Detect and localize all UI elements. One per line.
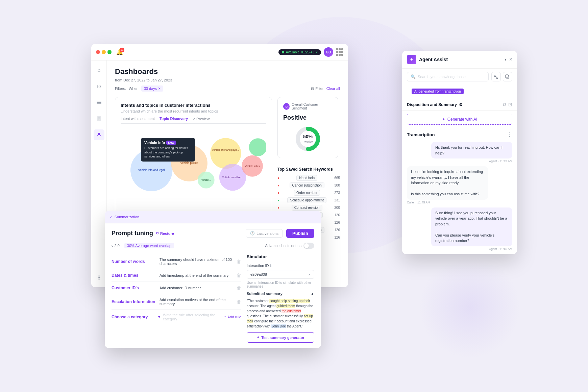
chat-meta-agent-2: Agent · 11:46 AM: [431, 247, 512, 251]
add-rule-button[interactable]: ⊕ Add rule: [223, 315, 241, 319]
svg-rect-0: [97, 101, 101, 101]
tab-topic-discovery[interactable]: Topic Discovery: [160, 117, 188, 123]
bubble-green[interactable]: [249, 138, 266, 156]
form-field-customer: Customer ID's Add customer ID number 🗑: [112, 282, 241, 294]
tab-preview[interactable]: ↗ Preview: [193, 117, 210, 123]
copy-svg: [505, 74, 510, 79]
interaction-clear-icon[interactable]: ×: [309, 272, 311, 276]
restore-button[interactable]: ↺ Restore: [156, 231, 174, 236]
agent-assist-window: ✦ Agent Assist ▾ × 🔍 Search your knowled…: [402, 51, 517, 254]
summary-quote-open: "The customer: [247, 299, 269, 303]
bubble-vehicle-offer[interactable]: [210, 138, 241, 169]
search-placeholder: Search your knowledge base: [418, 75, 466, 79]
sidebar-item-user[interactable]: [94, 129, 104, 140]
sentiment-value: Positive: [283, 114, 333, 121]
field-delete-icon[interactable]: 🗑: [237, 259, 241, 264]
keyword-row-1: ● Need help 665: [277, 175, 340, 181]
category-chevron-icon[interactable]: ▾: [158, 315, 160, 319]
publish-button[interactable]: Publish: [286, 229, 314, 238]
smile-icon: ☺: [285, 105, 288, 108]
field-delete-escalation-icon[interactable]: 🗑: [237, 299, 241, 304]
filters-row: Filters: When 30 days × ⊟ Filter Clear a…: [115, 85, 340, 92]
donut-svg: 50% Positive: [294, 125, 321, 152]
form-left: Number of words The summary should have …: [112, 254, 241, 343]
agent-transfer-icon[interactable]: [491, 72, 501, 81]
test-summary-button[interactable]: ✦ Test summary generator: [247, 332, 314, 343]
advanced-label: Advanced instructions: [265, 244, 301, 248]
disposition-row: Disposition and Summary ⚙ ⧉ ⊡: [402, 99, 517, 111]
status-pill[interactable]: Available 01:25:43 ▾: [278, 49, 321, 55]
help-circle-icon: ⊕: [223, 315, 226, 319]
agent-copy-icon[interactable]: [503, 72, 512, 81]
filter-30days-tag[interactable]: 30 days ×: [141, 85, 164, 92]
sidebar-item-list[interactable]: [94, 97, 104, 108]
highlight-5: John Doe: [271, 324, 286, 328]
sidebar-item-document[interactable]: [94, 113, 104, 124]
transcription-menu-icon[interactable]: ⋮: [507, 131, 512, 138]
close-button[interactable]: [96, 50, 100, 54]
transcription-section: Transcription ⋮ Hi, thank you for reachi…: [402, 128, 517, 254]
prompt-back-icon[interactable]: ‹: [110, 214, 112, 220]
svg-text:Vehicle pickup: Vehicle pickup: [180, 162, 198, 165]
minimize-button[interactable]: [102, 50, 106, 54]
sidebar-item-search[interactable]: ⊙: [94, 81, 104, 92]
user-icon: [96, 132, 102, 138]
status-label: Available: [286, 50, 299, 54]
menu-icon[interactable]: [336, 48, 343, 56]
transfer-svg: [494, 74, 498, 79]
field-delete-customer-icon[interactable]: 🗑: [237, 285, 241, 291]
chat-message-agent-2: Sure thing! I see you purchased your veh…: [431, 207, 512, 251]
interaction-id-row: Interaction ID ℹ: [247, 263, 314, 268]
keyword-tag[interactable]: Order number: [294, 190, 320, 196]
keyword-row-3: ● Order number 273: [277, 190, 340, 196]
interaction-id-input[interactable]: e209a808 ×: [247, 270, 314, 279]
form-field-dates: Dates & times Add timestamp at the end o…: [112, 269, 241, 282]
user-avatar[interactable]: GO: [324, 47, 333, 57]
field-label-escalation: Escalation Information: [112, 299, 155, 304]
keyword-dot-negative: ●: [277, 191, 279, 195]
field-value-customer: Add customer ID number: [160, 286, 232, 290]
last-versions-button[interactable]: 🕐 Last versions: [246, 229, 283, 238]
highlight-1: sought help setting up their: [269, 299, 310, 303]
category-label: Choose a category: [112, 315, 155, 319]
agent-close-button[interactable]: ×: [509, 56, 512, 63]
bubble-chart-title: Intents and topics in customer interacti…: [121, 103, 266, 108]
page-title: Dashboards: [115, 67, 340, 76]
sidebar-item-apps[interactable]: ⠿: [94, 272, 104, 283]
agent-chevron-icon[interactable]: ▾: [505, 57, 507, 62]
notification-bell[interactable]: 🔔 11: [116, 49, 123, 55]
settings-icon[interactable]: ⚙: [459, 102, 463, 107]
clear-all-button[interactable]: Clear all: [326, 87, 340, 91]
grid-dot: [336, 54, 338, 56]
keyword-tag[interactable]: Contract revision: [292, 205, 322, 211]
keyword-tag[interactable]: Need help: [296, 175, 317, 181]
copy-disp-icon[interactable]: ⧉: [503, 102, 506, 107]
grid-dot: [341, 51, 343, 53]
keyword-count: 231: [334, 198, 340, 202]
agent-logo-icon: ✦: [410, 57, 414, 62]
download-disp-icon[interactable]: ⊡: [508, 102, 512, 107]
chevron-up-icon[interactable]: ▲: [311, 292, 314, 296]
svg-point-18: [494, 75, 496, 77]
search-input-container[interactable]: 🔍 Search your knowledge base: [407, 72, 489, 81]
chat-bubble-container: Hi, thank you for reaching out. How can …: [407, 142, 512, 251]
sentiment-panel: ☺ Overall Customer Sentiment Positive 50…: [277, 97, 338, 158]
transcription-title: Transcription: [407, 132, 435, 137]
filter-button[interactable]: ⊟ Filter: [311, 87, 323, 91]
maximize-button[interactable]: [107, 50, 112, 54]
sidebar-item-home[interactable]: ⌂: [94, 65, 104, 75]
keyword-tag[interactable]: Cancel subscription: [290, 182, 324, 188]
tab-intent-sentiment[interactable]: Intent with sentiment: [121, 117, 155, 123]
category-placeholder: Write the rule after selecting the categ…: [163, 313, 221, 321]
generate-ai-button[interactable]: ✦ Generate with AI: [407, 114, 512, 125]
advanced-toggle-switch[interactable]: [303, 243, 314, 249]
chat-message-agent-1: Hi, thank you for reaching out. How can …: [431, 142, 512, 163]
filter-remove-icon[interactable]: ×: [158, 86, 161, 91]
keyword-count: 665: [334, 176, 340, 180]
generate-ai-label: Generate with AI: [447, 117, 477, 122]
keyword-count: 200: [334, 206, 340, 210]
disposition-icons: ⧉ ⊡: [503, 102, 512, 107]
keyword-tag[interactable]: Schedule appointment: [287, 197, 326, 203]
ai-generated-tag: AI-generated from transcription: [412, 89, 464, 94]
field-delete-dates-icon[interactable]: 🗑: [237, 273, 241, 278]
